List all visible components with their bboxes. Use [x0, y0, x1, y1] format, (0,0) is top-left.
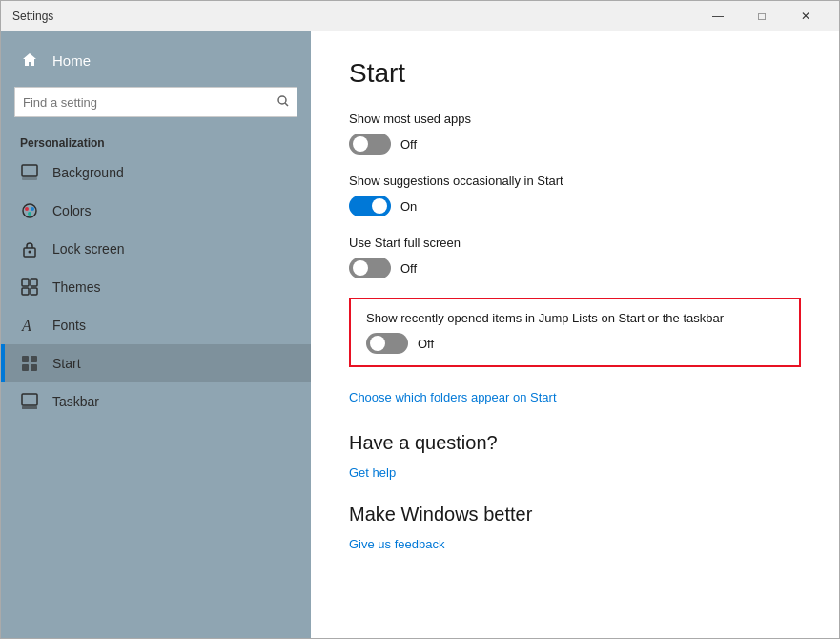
svg-point-9	[29, 251, 31, 254]
settings-window: Settings — □ ✕ Home	[0, 0, 840, 639]
maximize-button[interactable]: □	[740, 1, 784, 31]
setting-jump-lists-highlighted: Show recently opened items in Jump Lists…	[349, 298, 801, 367]
full-screen-state: Off	[400, 261, 417, 276]
jump-lists-state: Off	[418, 337, 434, 351]
minimize-button[interactable]: —	[696, 1, 740, 31]
suggestions-toggle[interactable]	[349, 196, 391, 216]
sidebar-item-background[interactable]: Background	[1, 154, 311, 192]
svg-rect-13	[31, 288, 37, 295]
suggestions-toggle-row: On	[349, 196, 801, 216]
svg-rect-11	[31, 279, 37, 286]
toggle-thumb	[353, 260, 368, 276]
better-heading: Make Windows better	[349, 504, 801, 526]
themes-label: Themes	[52, 279, 101, 295]
colors-label: Colors	[52, 203, 91, 218]
better-section: Make Windows better Give us feedback	[349, 504, 801, 552]
full-screen-toggle-row: Off	[349, 258, 801, 278]
lockscreen-icon	[20, 239, 39, 258]
svg-rect-2	[22, 165, 37, 176]
title-bar: Settings — □ ✕	[1, 1, 839, 31]
most-used-apps-state: Off	[400, 137, 417, 152]
suggestions-label: Show suggestions occasionally in Start	[349, 174, 801, 188]
most-used-apps-toggle[interactable]	[349, 134, 391, 155]
toggle-thumb	[370, 336, 385, 351]
search-icon	[277, 93, 289, 111]
feedback-link[interactable]: Give us feedback	[349, 537, 444, 551]
home-label: Home	[52, 52, 91, 69]
svg-rect-19	[22, 394, 37, 405]
sidebar-item-lockscreen[interactable]: Lock screen	[1, 230, 311, 268]
colors-icon	[20, 201, 39, 220]
most-used-apps-label: Show most used apps	[349, 112, 801, 126]
lockscreen-label: Lock screen	[52, 241, 124, 257]
fonts-label: Fonts	[52, 318, 86, 333]
full-screen-toggle[interactable]	[349, 258, 391, 278]
search-input[interactable]	[23, 95, 272, 110]
svg-rect-3	[22, 177, 37, 180]
personalization-label: Personalization	[1, 129, 311, 154]
jump-lists-toggle-row: Off	[366, 333, 784, 354]
sidebar-item-start[interactable]: Start	[1, 344, 311, 382]
suggestions-state: On	[400, 199, 417, 214]
svg-point-0	[278, 96, 286, 104]
svg-rect-17	[22, 364, 29, 371]
sidebar-item-home[interactable]: Home	[1, 39, 311, 81]
question-section: Have a question? Get help	[349, 432, 801, 481]
question-heading: Have a question?	[349, 432, 801, 454]
window-content: Home Personalization	[1, 31, 839, 638]
sidebar-item-colors[interactable]: Colors	[1, 192, 311, 230]
window-title: Settings	[12, 10, 696, 23]
toggle-thumb	[353, 136, 368, 152]
fonts-icon: A	[20, 316, 39, 335]
sidebar-item-themes[interactable]: Themes	[1, 268, 311, 306]
svg-rect-20	[22, 406, 37, 409]
svg-point-5	[25, 207, 29, 211]
background-icon	[20, 163, 39, 182]
jump-lists-toggle[interactable]	[366, 333, 408, 354]
svg-rect-16	[31, 356, 37, 362]
setting-most-used-apps: Show most used apps Off	[349, 112, 801, 155]
svg-point-6	[31, 207, 34, 211]
main-content: Start Show most used apps Off Show sugge…	[311, 31, 839, 638]
close-button[interactable]: ✕	[784, 1, 828, 31]
home-icon	[20, 51, 39, 70]
taskbar-icon	[20, 392, 39, 411]
svg-line-1	[285, 103, 288, 106]
sidebar: Home Personalization	[1, 31, 311, 638]
themes-icon	[20, 278, 39, 297]
window-controls: — □ ✕	[696, 1, 828, 31]
get-help-link[interactable]: Get help	[349, 465, 396, 480]
jump-lists-label: Show recently opened items in Jump Lists…	[366, 311, 784, 325]
svg-rect-18	[31, 364, 37, 371]
svg-text:A: A	[21, 318, 31, 334]
taskbar-label: Taskbar	[52, 394, 99, 409]
svg-rect-12	[22, 288, 29, 295]
svg-rect-10	[22, 279, 29, 286]
toggle-thumb	[372, 198, 387, 214]
page-title: Start	[349, 58, 801, 89]
most-used-apps-toggle-row: Off	[349, 134, 801, 155]
svg-rect-15	[22, 356, 29, 362]
choose-folders-link[interactable]: Choose which folders appear on Start	[349, 390, 557, 404]
sidebar-item-fonts[interactable]: A Fonts	[1, 306, 311, 344]
setting-full-screen: Use Start full screen Off	[349, 236, 801, 278]
start-label: Start	[52, 356, 81, 371]
full-screen-label: Use Start full screen	[349, 236, 801, 250]
background-label: Background	[52, 165, 124, 180]
setting-suggestions: Show suggestions occasionally in Start O…	[349, 174, 801, 216]
svg-point-7	[28, 212, 31, 216]
start-icon	[20, 354, 39, 373]
search-box[interactable]	[14, 87, 297, 117]
sidebar-item-taskbar[interactable]: Taskbar	[1, 382, 311, 421]
